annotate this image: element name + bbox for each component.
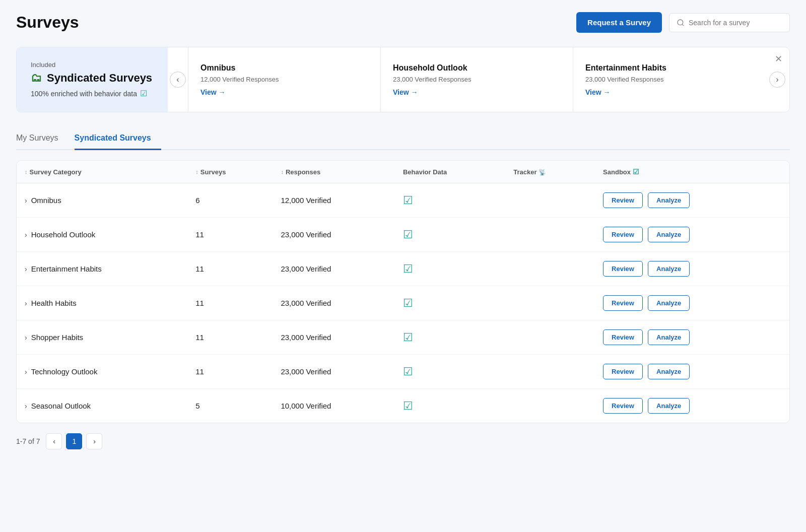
th-category[interactable]: ↕ Survey Category [17,161,187,183]
surveys-table-wrap: ↕ Survey Category ↕ Surveys ↕ Responses [16,160,790,423]
pagination-next-button[interactable]: › [86,433,102,449]
cell-sandbox-0: Review Analyze [595,183,789,218]
review-button-6[interactable]: Review [603,398,643,414]
search-input[interactable] [689,19,782,27]
cell-surveys-1: 11 [187,218,273,252]
cell-category-6: › Seasonal Outlook [17,389,187,423]
cell-category-0: › Omnibus [17,183,187,218]
tabs-bar: My Surveys Syndicated Surveys [16,128,790,150]
category-name-2: Entertainment Habits [31,264,102,273]
banner-card-title-2: Entertainment Habits [585,63,753,73]
banner-card-1: Household Outlook 23,000 Verified Respon… [380,47,573,112]
banner-next-button[interactable]: › [769,72,785,88]
category-name-3: Health Habits [31,299,77,307]
cell-behavior-1: ☑ [395,218,505,252]
analyze-button-5[interactable]: Analyze [648,364,690,379]
behavior-check-icon-6: ☑ [403,400,413,412]
th-responses[interactable]: ↕ Responses [273,161,395,183]
cell-tracker-5 [505,355,595,389]
search-box [669,13,790,32]
th-behavior: Behavior Data [395,161,505,183]
cell-tracker-4 [505,320,595,355]
tab-syndicated-surveys[interactable]: Syndicated Surveys [75,128,161,150]
cell-tracker-3 [505,286,595,320]
review-button-0[interactable]: Review [603,192,643,208]
table-header-row: ↕ Survey Category ↕ Surveys ↕ Responses [17,161,789,183]
behavior-check-icon-3: ☑ [403,297,413,309]
th-sandbox: Sandbox ☑ [595,161,789,183]
table-row: › Entertainment Habits 11 23,000 Verifie… [17,252,789,286]
tab-my-surveys[interactable]: My Surveys [16,128,69,150]
banner-card-sub-2: 23,000 Verified Responses [585,76,753,83]
cell-behavior-6: ☑ [395,389,505,423]
banner-cards: Omnibus 12,000 Verified Responses View →… [188,47,765,112]
table-row: › Shopper Habits 11 23,000 Verified ☑ Re… [17,320,789,355]
review-button-5[interactable]: Review [603,364,643,379]
expand-row-4[interactable]: › [25,334,31,342]
behavior-check-icon-5: ☑ [403,365,413,378]
th-tracker-label: Tracker 📡 [513,168,546,176]
cell-responses-0: 12,000 Verified [273,183,395,218]
analyze-button-4[interactable]: Analyze [648,329,690,345]
cell-category-3: › Health Habits [17,286,187,320]
page-title: Surveys [16,13,79,32]
th-surveys[interactable]: ↕ Surveys [187,161,273,183]
surveys-table: ↕ Survey Category ↕ Surveys ↕ Responses [17,161,789,423]
banner-card-0: Omnibus 12,000 Verified Responses View → [188,47,380,112]
review-button-4[interactable]: Review [603,329,643,345]
cell-surveys-6: 5 [187,389,273,423]
th-category-label: Survey Category [30,168,82,176]
cell-category-2: › Entertainment Habits [17,252,187,286]
banner-nav-left[interactable]: ‹ [168,47,188,112]
th-tracker: Tracker 📡 [505,161,595,183]
review-button-2[interactable]: Review [603,261,643,277]
banner-view-link-0[interactable]: View → [200,88,368,96]
analyze-button-3[interactable]: Analyze [648,295,690,311]
cell-surveys-3: 11 [187,286,273,320]
cell-category-5: › Technology Outlook [17,355,187,389]
table-row: › Seasonal Outlook 5 10,000 Verified ☑ R… [17,389,789,423]
review-button-3[interactable]: Review [603,295,643,311]
cell-sandbox-2: Review Analyze [595,252,789,286]
expand-row-3[interactable]: › [25,299,31,307]
expand-row-5[interactable]: › [25,368,31,376]
table-row: › Health Habits 11 23,000 Verified ☑ Rev… [17,286,789,320]
cell-surveys-4: 11 [187,320,273,355]
verified-icon: ☑ [140,89,147,98]
pagination: 1-7 of 7 ‹ 1 › [16,433,790,449]
category-name-4: Shopper Habits [31,333,83,342]
pagination-page-1[interactable]: 1 [66,433,82,449]
banner-close-button[interactable]: ✕ [775,53,782,64]
analyze-button-6[interactable]: Analyze [648,398,690,414]
cell-responses-3: 23,000 Verified [273,286,395,320]
request-survey-button[interactable]: Request a Survey [576,12,662,33]
cell-sandbox-3: Review Analyze [595,286,789,320]
cell-responses-1: 23,000 Verified [273,218,395,252]
pagination-info: 1-7 of 7 [16,437,40,445]
banner-prev-button[interactable]: ‹ [170,72,186,88]
page-header: Surveys Request a Survey [16,12,790,33]
cell-behavior-3: ☑ [395,286,505,320]
analyze-button-2[interactable]: Analyze [648,261,690,277]
th-responses-label: Responses [286,168,320,176]
pagination-prev-button[interactable]: ‹ [46,433,62,449]
analyze-button-0[interactable]: Analyze [648,192,690,208]
th-behavior-label: Behavior Data [403,168,447,176]
category-name-0: Omnibus [31,196,61,205]
banner-card-title-1: Household Outlook [393,63,561,73]
expand-row-1[interactable]: › [25,231,31,239]
syndicated-banner: Included 🗂 Syndicated Surveys 100% enric… [16,47,790,112]
svg-line-1 [682,24,684,26]
cell-responses-4: 23,000 Verified [273,320,395,355]
cell-behavior-4: ☑ [395,320,505,355]
expand-row-0[interactable]: › [25,196,31,205]
expand-row-6[interactable]: › [25,402,31,410]
analyze-button-1[interactable]: Analyze [648,227,690,242]
behavior-check-icon-2: ☑ [403,262,413,275]
banner-view-link-2[interactable]: View → [585,88,753,96]
expand-row-2[interactable]: › [25,265,31,273]
cell-responses-6: 10,000 Verified [273,389,395,423]
banner-view-link-1[interactable]: View → [393,88,561,96]
banner-card-sub-1: 23,000 Verified Responses [393,76,561,83]
review-button-1[interactable]: Review [603,227,643,242]
